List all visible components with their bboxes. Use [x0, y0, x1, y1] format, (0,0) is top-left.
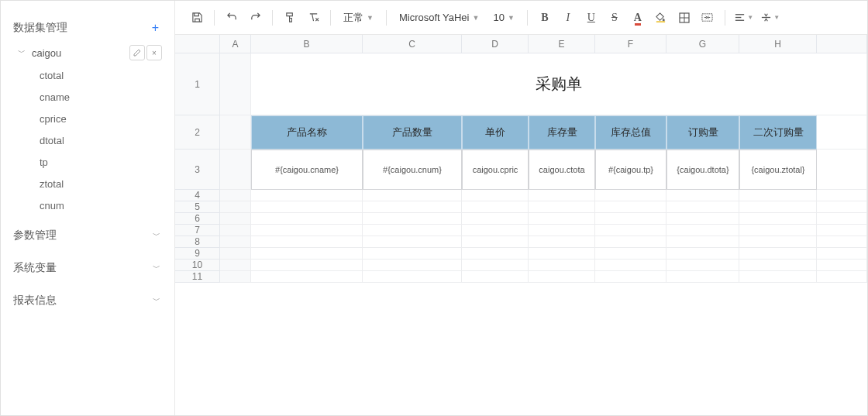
cell-H8[interactable]	[739, 236, 817, 248]
undo-button[interactable]	[221, 7, 243, 29]
hdr-H2[interactable]: 二次订购量	[739, 115, 817, 150]
cell-B7[interactable]	[251, 225, 363, 236]
font-dropdown[interactable]: Microsoft YaHei ▼	[393, 7, 485, 29]
cell-B11[interactable]	[251, 271, 363, 283]
cell-F5[interactable]	[595, 201, 666, 213]
col-E[interactable]: E	[529, 35, 595, 53]
hdr-G2[interactable]: 订购量	[666, 115, 739, 150]
cell-D10[interactable]	[462, 260, 529, 271]
valign-button[interactable]: ▼	[758, 7, 783, 29]
cell-E9[interactable]	[529, 248, 595, 260]
cell-B5[interactable]	[251, 201, 363, 213]
cell-E3[interactable]: caigou.ctota	[529, 150, 595, 190]
col-extra[interactable]	[817, 35, 867, 53]
cell-D9[interactable]	[462, 248, 529, 260]
row-7[interactable]: 7	[175, 225, 220, 236]
cell-A10[interactable]	[220, 260, 251, 271]
cell-E5[interactable]	[529, 201, 595, 213]
row-10[interactable]: 10	[175, 260, 220, 271]
format-painter-button[interactable]	[279, 7, 301, 29]
col-D[interactable]: D	[462, 35, 529, 53]
spreadsheet[interactable]: A B C D E F G H 1 采购单 2 产品名称 产品数量 单价 库存量	[175, 35, 867, 415]
field-cprice[interactable]: cprice	[40, 108, 164, 129]
field-cname[interactable]: cname	[40, 86, 164, 108]
row-5[interactable]: 5	[175, 201, 220, 213]
field-cnum[interactable]: cnum	[40, 194, 164, 216]
strike-button[interactable]: S	[604, 7, 625, 29]
cell-D4[interactable]	[462, 190, 529, 201]
cell-A6[interactable]	[220, 213, 251, 225]
cell-E10[interactable]	[529, 260, 595, 271]
row-11[interactable]: 11	[175, 271, 220, 283]
cell-I2[interactable]	[817, 115, 867, 150]
cell-G11[interactable]	[666, 271, 739, 283]
row-4[interactable]: 4	[175, 190, 220, 201]
cell-B9[interactable]	[251, 248, 363, 260]
cell-F9[interactable]	[595, 248, 666, 260]
cell-H9[interactable]	[739, 248, 817, 260]
cell-I8[interactable]	[817, 236, 867, 248]
cell-C3[interactable]: #{caigou.cnum}	[363, 150, 462, 190]
cell-F10[interactable]	[595, 260, 666, 271]
corner-cell[interactable]	[175, 35, 220, 53]
cell-D11[interactable]	[462, 271, 529, 283]
row-1[interactable]: 1	[175, 53, 220, 115]
cell-C11[interactable]	[363, 271, 462, 283]
field-tp[interactable]: tp	[40, 151, 164, 173]
font-color-button[interactable]: A	[627, 7, 649, 29]
cell-A11[interactable]	[220, 271, 251, 283]
cell-B8[interactable]	[251, 236, 363, 248]
param-mgmt-header[interactable]: 参数管理 ﹀	[12, 222, 164, 249]
underline-button[interactable]: U	[580, 7, 602, 29]
edit-dataset-button[interactable]	[129, 45, 145, 60]
save-button[interactable]	[186, 7, 208, 29]
cell-B3[interactable]: #{caigou.cname}	[251, 150, 363, 190]
cell-G4[interactable]	[666, 190, 739, 201]
cell-I7[interactable]	[817, 225, 867, 236]
cell-E11[interactable]	[529, 271, 595, 283]
remove-dataset-button[interactable]: ×	[146, 45, 162, 60]
cell-F8[interactable]	[595, 236, 666, 248]
cell-G5[interactable]	[666, 201, 739, 213]
field-dtotal[interactable]: dtotal	[40, 129, 164, 151]
cell-F6[interactable]	[595, 213, 666, 225]
col-H[interactable]: H	[739, 35, 817, 53]
col-C[interactable]: C	[363, 35, 462, 53]
cell-I11[interactable]	[817, 271, 867, 283]
cell-B4[interactable]	[251, 190, 363, 201]
row-2[interactable]: 2	[175, 115, 220, 150]
cell-A9[interactable]	[220, 248, 251, 260]
hdr-D2[interactable]: 单价	[462, 115, 529, 150]
cell-H3[interactable]: {caigou.ztotal}	[739, 150, 817, 190]
cell-A4[interactable]	[220, 190, 251, 201]
cell-I9[interactable]	[817, 248, 867, 260]
dataset-caigou[interactable]: ﹀ caigou ×	[12, 41, 164, 64]
cell-E4[interactable]	[529, 190, 595, 201]
cell-D6[interactable]	[462, 213, 529, 225]
cell-C8[interactable]	[363, 236, 462, 248]
dataset-mgmt-header[interactable]: 数据集管理 +	[12, 15, 164, 41]
cell-G6[interactable]	[666, 213, 739, 225]
cell-H7[interactable]	[739, 225, 817, 236]
cell-D5[interactable]	[462, 201, 529, 213]
clear-format-button[interactable]	[302, 7, 324, 29]
cell-E8[interactable]	[529, 236, 595, 248]
sysvar-header[interactable]: 系统变量 ﹀	[12, 255, 164, 281]
cell-G10[interactable]	[666, 260, 739, 271]
field-ztotal[interactable]: ztotal	[40, 173, 164, 194]
cell-B10[interactable]	[251, 260, 363, 271]
cell-F4[interactable]	[595, 190, 666, 201]
cell-I3[interactable]	[817, 150, 867, 190]
cell-H10[interactable]	[739, 260, 817, 271]
bold-button[interactable]: B	[534, 7, 556, 29]
cell-I6[interactable]	[817, 213, 867, 225]
style-dropdown[interactable]: 正常 ▼	[337, 7, 380, 29]
italic-button[interactable]: I	[557, 7, 579, 29]
cell-G7[interactable]	[666, 225, 739, 236]
cell-A1[interactable]	[220, 53, 251, 115]
cell-H4[interactable]	[739, 190, 817, 201]
cell-G3[interactable]: {caigou.dtota}	[666, 150, 739, 190]
title-cell[interactable]: 采购单	[251, 53, 867, 115]
col-F[interactable]: F	[595, 35, 666, 53]
cell-G9[interactable]	[666, 248, 739, 260]
